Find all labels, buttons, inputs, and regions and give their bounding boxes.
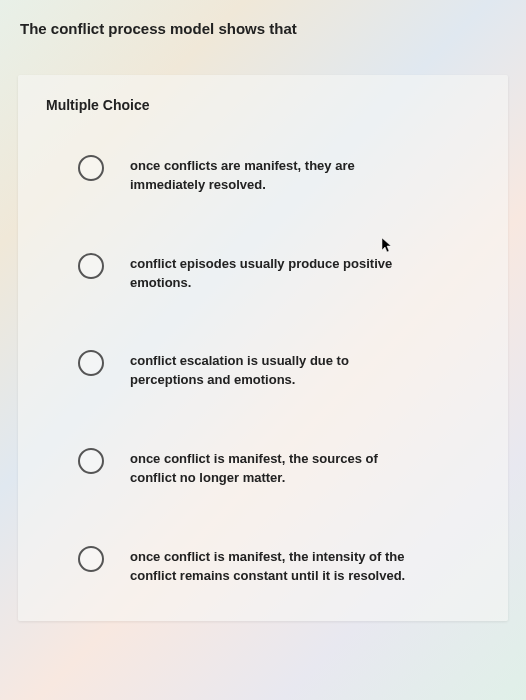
radio-icon[interactable] bbox=[78, 155, 104, 181]
multiple-choice-panel: Multiple Choice once conflicts are manif… bbox=[18, 75, 508, 621]
option-row-2[interactable]: conflict episodes usually produce positi… bbox=[46, 253, 480, 293]
option-row-5[interactable]: once conflict is manifest, the intensity… bbox=[46, 546, 480, 586]
section-heading: Multiple Choice bbox=[46, 97, 480, 113]
option-label: once conflicts are manifest, they are im… bbox=[130, 155, 410, 195]
radio-icon[interactable] bbox=[78, 253, 104, 279]
radio-icon[interactable] bbox=[78, 546, 104, 572]
question-prompt: The conflict process model shows that bbox=[18, 20, 508, 37]
radio-icon[interactable] bbox=[78, 350, 104, 376]
option-label: once conflict is manifest, the intensity… bbox=[130, 546, 410, 586]
option-label: once conflict is manifest, the sources o… bbox=[130, 448, 410, 488]
option-label: conflict episodes usually produce positi… bbox=[130, 253, 410, 293]
option-row-3[interactable]: conflict escalation is usually due to pe… bbox=[46, 350, 480, 390]
option-row-4[interactable]: once conflict is manifest, the sources o… bbox=[46, 448, 480, 488]
radio-icon[interactable] bbox=[78, 448, 104, 474]
option-row-1[interactable]: once conflicts are manifest, they are im… bbox=[46, 155, 480, 195]
option-label: conflict escalation is usually due to pe… bbox=[130, 350, 410, 390]
